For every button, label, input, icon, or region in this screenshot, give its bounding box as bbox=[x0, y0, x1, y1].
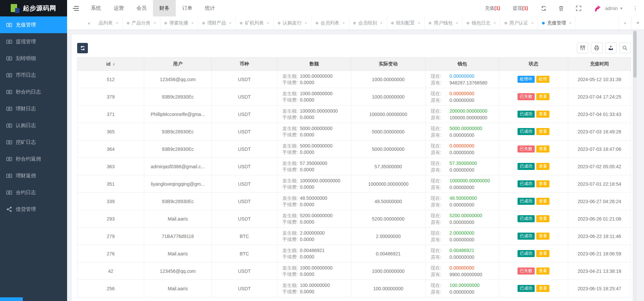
tab-close-icon[interactable]: × bbox=[305, 20, 307, 25]
tab-13[interactable]: 充值管理× bbox=[538, 16, 576, 29]
sidebar-item-8[interactable]: 挖矿日志 bbox=[0, 134, 67, 150]
action-button[interactable]: 查看 bbox=[536, 215, 549, 222]
banknote-icon bbox=[6, 89, 12, 95]
banknote-icon bbox=[6, 123, 12, 128]
tab-close-icon[interactable]: × bbox=[493, 20, 496, 25]
tabs-scroll-right-icon[interactable]: › bbox=[619, 16, 631, 29]
vertical-scrollbar[interactable] bbox=[633, 30, 637, 301]
print-button[interactable] bbox=[591, 43, 602, 53]
admin-username[interactable]: admin bbox=[605, 6, 618, 11]
sidebar-item-12[interactable]: 借贷管理 bbox=[0, 201, 67, 218]
action-button[interactable]: 处理 bbox=[536, 76, 549, 83]
topnav-item-4[interactable]: 财务 bbox=[153, 0, 176, 16]
columns-toggle-button[interactable] bbox=[577, 43, 588, 53]
topnav-item-1[interactable]: 系统 bbox=[85, 0, 107, 16]
topnav-item-2[interactable]: 运营 bbox=[107, 0, 130, 16]
tab-controls: › ˅ bbox=[619, 16, 644, 29]
sidebar-item-2[interactable]: 提现管理 bbox=[0, 33, 67, 50]
avatar[interactable] bbox=[593, 4, 602, 13]
action-button[interactable]: 查看 bbox=[536, 285, 549, 292]
sort-icon[interactable]: ▲▼ bbox=[112, 63, 115, 66]
tab-status-dot bbox=[542, 22, 545, 24]
table-refresh-button[interactable] bbox=[77, 43, 88, 53]
refresh-icon[interactable] bbox=[541, 5, 547, 11]
cell-status: 已成功查看 bbox=[499, 193, 568, 210]
sidebar-item-label: 理财日志 bbox=[16, 106, 36, 112]
tab-5[interactable]: 矿机列表× bbox=[236, 16, 274, 29]
tab-7[interactable]: 会员列表× bbox=[312, 16, 350, 29]
tab-10[interactable]: 用户钱包× bbox=[425, 16, 463, 29]
cell-coin: USDT bbox=[212, 210, 277, 228]
fullscreen-icon[interactable] bbox=[576, 5, 582, 11]
sidebar-item-4[interactable]: 币币日志 bbox=[0, 67, 67, 83]
status-badge: 已成功 bbox=[518, 198, 535, 205]
action-button[interactable]: 查看 bbox=[536, 128, 549, 135]
tab-close-icon[interactable]: × bbox=[455, 20, 458, 25]
topnav-item-5[interactable]: 订单 bbox=[176, 0, 199, 16]
topnav-item-3[interactable]: 会员 bbox=[130, 0, 153, 16]
tab-3[interactable]: 弹窗轮播× bbox=[160, 16, 198, 29]
tab-label: 组别配置 bbox=[396, 20, 415, 26]
search-toggle-button[interactable] bbox=[619, 43, 631, 53]
status-badge: 已成功 bbox=[518, 233, 535, 240]
scrollbar-thumb[interactable] bbox=[633, 31, 637, 78]
action-button[interactable]: 查看 bbox=[536, 163, 549, 170]
tab-12[interactable]: 用户认证× bbox=[500, 16, 538, 29]
cell-id: 512 bbox=[77, 71, 144, 88]
tab-close-icon[interactable]: × bbox=[267, 20, 269, 25]
sidebar-toggle-icon[interactable] bbox=[67, 0, 85, 16]
action-button[interactable]: 查看 bbox=[536, 250, 549, 257]
tabs-collapse-icon[interactable]: ˅ bbox=[631, 16, 644, 29]
tab-11[interactable]: 钱包日志× bbox=[463, 16, 500, 29]
tab-close-icon[interactable]: × bbox=[154, 20, 156, 25]
sidebar-item-11[interactable]: 合约日志 bbox=[0, 184, 67, 201]
tab-1[interactable]: 品列表× bbox=[95, 16, 123, 29]
tab-2[interactable]: 产品分类× bbox=[123, 16, 161, 29]
tab-8[interactable]: 会员组别× bbox=[349, 16, 387, 29]
trash-icon[interactable] bbox=[558, 5, 564, 11]
tab-close-icon[interactable]: × bbox=[380, 20, 383, 25]
chevron-down-icon[interactable]: ▼ bbox=[620, 6, 623, 10]
tab-close-icon[interactable]: × bbox=[531, 20, 534, 25]
sidebar-item-3[interactable]: 划转明细 bbox=[0, 50, 67, 67]
sidebar-item-10[interactable]: 理财返佣 bbox=[0, 167, 67, 184]
tab-close-icon[interactable]: × bbox=[229, 20, 232, 25]
col-header-1[interactable]: id▲▼ bbox=[77, 58, 144, 71]
cell-user: adminjasf0388@gmail.c... bbox=[144, 158, 212, 175]
tab-6[interactable]: 认购发行× bbox=[274, 16, 312, 29]
sidebar-item-1[interactable]: 充值管理 bbox=[0, 16, 67, 33]
topnav-item-6[interactable]: 统计 bbox=[199, 0, 221, 16]
cell-user: 93B9c28930Ec bbox=[144, 88, 212, 106]
tab-status-dot bbox=[127, 22, 129, 24]
logo[interactable]: 起步源码网 bbox=[0, 0, 67, 16]
action-button[interactable]: 查看 bbox=[536, 145, 549, 153]
tab-4[interactable]: 理财产品× bbox=[198, 16, 236, 29]
more-menu-icon[interactable]: ⋮ bbox=[631, 5, 639, 11]
sidebar-item-5[interactable]: 秒合约日志 bbox=[0, 83, 67, 100]
tab-9[interactable]: 组别配置× bbox=[387, 16, 425, 29]
withdraw-link[interactable]: 提现(1) bbox=[513, 5, 528, 11]
tab-close-icon[interactable]: × bbox=[116, 20, 118, 25]
tab-close-icon[interactable]: × bbox=[569, 20, 572, 25]
tab-close-icon[interactable]: × bbox=[342, 20, 345, 25]
tabs-scroll-left-icon[interactable]: ‹ bbox=[67, 16, 95, 29]
bottom-left-partial-popup bbox=[0, 297, 23, 301]
action-button[interactable]: 查看 bbox=[536, 267, 549, 275]
recharge-link[interactable]: 充值(1) bbox=[485, 5, 500, 11]
export-button[interactable] bbox=[605, 43, 616, 53]
tab-status-dot bbox=[278, 22, 280, 24]
action-button[interactable]: 查看 bbox=[536, 198, 549, 205]
tab-close-icon[interactable]: × bbox=[191, 20, 194, 25]
sidebar-item-7[interactable]: 认购日志 bbox=[0, 117, 67, 134]
action-button[interactable]: 查看 bbox=[536, 233, 549, 240]
action-button[interactable]: 查看 bbox=[536, 93, 549, 100]
cell-wallet: 现在:48.50000000原有:0.00000000 bbox=[426, 193, 499, 210]
sidebar-item-6[interactable]: 理财日志 bbox=[0, 100, 67, 117]
action-button[interactable]: 查看 bbox=[536, 111, 549, 118]
cell-user: Mail.aaris bbox=[144, 280, 212, 297]
sidebar-item-9[interactable]: 秒合约返佣 bbox=[0, 150, 67, 167]
cell-change: 5200.00000000 bbox=[351, 210, 426, 228]
action-button[interactable]: 查看 bbox=[536, 180, 549, 187]
tab-close-icon[interactable]: × bbox=[418, 20, 421, 25]
cell-wallet: 现在:0.00000000原有:948287.13766580 bbox=[426, 71, 499, 88]
